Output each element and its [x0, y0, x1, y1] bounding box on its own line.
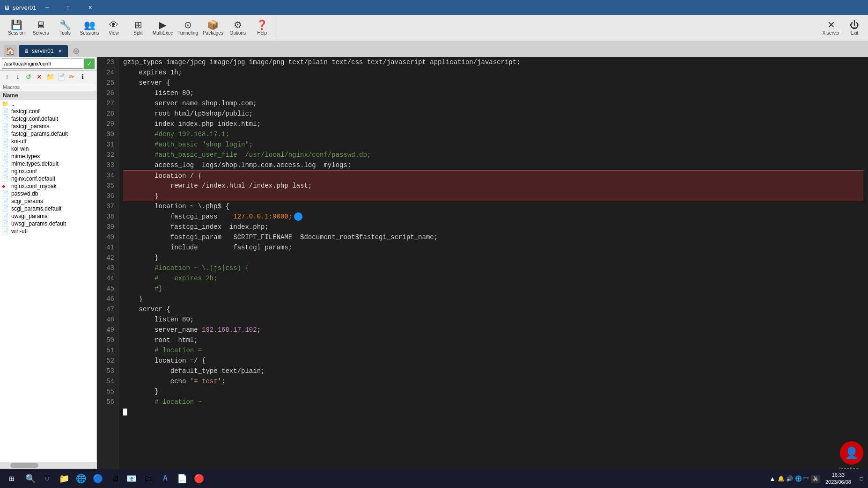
taskbar-app7[interactable]: 🗂 — [140, 471, 156, 487]
tab-server01[interactable]: 🖥 server01 ✕ — [19, 45, 68, 57]
tab-home[interactable]: 🏠 — [4, 45, 17, 57]
properties-button[interactable]: ℹ — [77, 72, 88, 82]
taskbar-ie[interactable]: 🔵 — [90, 471, 106, 487]
macros-bar: Macros — [0, 83, 96, 91]
new-folder-button[interactable]: 📁 — [45, 72, 55, 82]
list-item[interactable]: 📄 scgi_params.default — [0, 205, 96, 212]
list-item[interactable]: 📄 scgi_params — [0, 197, 96, 205]
code-line-30: #deny 192.168.17.1; — [123, 129, 863, 139]
list-item[interactable]: 📄 mime.types — [0, 153, 96, 160]
toolbar-options[interactable]: ⚙ Options — [226, 17, 250, 39]
toolbar-sessions[interactable]: 👥 Sessions — [78, 17, 101, 39]
start-button[interactable]: ⊞ — [2, 471, 22, 487]
path-input[interactable] — [2, 58, 83, 69]
toolbar-tools[interactable]: 🔧 Tools — [53, 17, 77, 39]
code-line-45: #} — [123, 284, 863, 294]
minimize-button[interactable]: ─ — [37, 0, 58, 15]
file-icon: 📄 — [2, 228, 9, 234]
taskbar-app8[interactable]: A — [157, 471, 173, 487]
refresh-button[interactable]: ↺ — [23, 72, 34, 82]
notification-icon: □ — [860, 476, 863, 481]
new-file-button[interactable]: 📄 — [56, 72, 66, 82]
code-line-27: server_name shop.lnmp.com; — [123, 98, 863, 109]
ie-icon: 🔵 — [93, 473, 103, 484]
taskbar-app10[interactable]: 🔴 — [191, 471, 207, 487]
taskbar-right: ▲ 🔔 🔊 🌐 中 英 16:33 2023/06/08 □ — [769, 471, 866, 487]
taskbar-pdf[interactable]: 📄 — [174, 471, 190, 487]
go-up-button[interactable]: ↑ — [2, 72, 12, 82]
list-item[interactable]: 📁 .. — [0, 100, 96, 108]
toolbar-xserver[interactable]: ✕ X server — [819, 17, 843, 39]
app8-icon: A — [163, 474, 168, 483]
tab-close-button[interactable]: ✕ — [57, 48, 63, 54]
options-label: Options — [230, 30, 246, 36]
delete-button[interactable]: ✕ — [34, 72, 44, 82]
list-item[interactable]: 📄 koi-utf — [0, 138, 96, 145]
code-editor: 23 24 25 26 27 28 29 30 31 32 33 34 35 3… — [97, 57, 868, 488]
list-item[interactable]: 📄 fastcgi_params.default — [0, 130, 96, 138]
code-line-53: default_type text/plain; — [123, 366, 863, 376]
taskbar-search[interactable]: 🔍 — [22, 471, 38, 487]
list-item[interactable]: 📄 fastcgi.conf.default — [0, 115, 96, 123]
toolbar-tunneling[interactable]: ⊙ Tunneling — [176, 17, 200, 39]
file-icon: 📄 — [2, 131, 9, 137]
code-line-47: server { — [123, 304, 863, 314]
file-header: Name — [0, 91, 96, 100]
taskbar-cortana[interactable]: ○ — [39, 471, 55, 487]
line-num: 54 — [99, 376, 114, 386]
scrollbar-thumb[interactable] — [10, 463, 38, 468]
code-line-44: # expires 2h; — [123, 273, 863, 284]
toolbar-help[interactable]: ❓ Help — [250, 17, 274, 39]
toolbar-session[interactable]: 💾 Session — [5, 17, 28, 39]
list-item[interactable]: 📄 uwsgi_params — [0, 212, 96, 220]
rename-button[interactable]: ✏ — [66, 72, 77, 82]
taskbar-mail[interactable]: 📧 — [124, 471, 140, 487]
maximize-button[interactable]: □ — [58, 0, 80, 15]
list-item[interactable]: 📄 nginx.conf.default — [0, 175, 96, 182]
pdf-icon: 📄 — [177, 473, 187, 484]
list-item[interactable]: 📄 nginx.conf — [0, 168, 96, 175]
taskbar-file-explorer[interactable]: 📁 — [56, 471, 72, 487]
code-content[interactable]: gzip_types image/jpeg image/jpg image/pn… — [118, 57, 868, 488]
file-icon: 📄 — [2, 146, 9, 152]
taskbar-browser[interactable]: 🌐 — [73, 471, 89, 487]
search-icon: 🔍 — [25, 473, 36, 484]
line-num: 32 — [99, 150, 114, 160]
code-line-26: listen 80; — [123, 88, 863, 98]
tab-new-button[interactable]: ⊕ — [70, 45, 83, 57]
toolbar-view[interactable]: 👁 View — [102, 17, 125, 39]
path-ok-button[interactable]: ✓ — [84, 58, 95, 69]
list-item[interactable]: 📄 fastcgi.conf — [0, 108, 96, 115]
multiexec-icon: ▶ — [159, 20, 166, 29]
toolbar-packages[interactable]: 📦 Packages — [201, 17, 225, 39]
list-item[interactable]: 📄 uwsgi_params.default — [0, 220, 96, 227]
avatar-button[interactable]: 👤 — [840, 441, 863, 465]
line-num: 39 — [99, 222, 114, 232]
list-item[interactable]: 📄 fastcgi_params — [0, 123, 96, 130]
toolbar-multiexec[interactable]: ▶ MultiExec — [151, 17, 175, 39]
help-label: Help — [257, 30, 267, 36]
list-item[interactable]: 📄 koi-win — [0, 145, 96, 153]
list-item[interactable]: 📄 passwd.db — [0, 190, 96, 197]
line-num: 45 — [99, 284, 114, 294]
close-button[interactable]: ✕ — [80, 0, 101, 15]
toolbar-split[interactable]: ⊞ Split — [126, 17, 150, 39]
list-item[interactable]: 📄 win-utf — [0, 227, 96, 235]
window-controls: ─ □ ✕ — [37, 0, 101, 15]
network-icon[interactable]: ▲ — [769, 475, 776, 482]
go-down-button[interactable]: ↓ — [13, 72, 23, 82]
code-line-48: listen 80; — [123, 314, 863, 325]
taskbar-computer[interactable]: 🖥 — [107, 471, 123, 487]
code-line-56: # location ~ — [123, 397, 863, 407]
clock[interactable]: 16:33 2023/06/08 — [822, 472, 855, 486]
language-indicator[interactable]: 英 — [811, 475, 820, 483]
file-icon: 📄 — [2, 205, 9, 212]
notification-button[interactable]: □ — [857, 471, 866, 487]
title-text: server01 — [13, 4, 37, 11]
toolbar-servers[interactable]: 🖥 Servers — [29, 17, 52, 39]
list-item[interactable]: ● nginx.conf_mybak — [0, 182, 96, 190]
horizontal-scrollbar[interactable] — [0, 462, 96, 468]
list-item[interactable]: 📄 mime.types.default — [0, 160, 96, 168]
toolbar-exit[interactable]: ⏻ Exit — [843, 17, 866, 39]
file-list: 📁 .. 📄 fastcgi.conf 📄 fastcgi.conf.defau… — [0, 100, 96, 462]
